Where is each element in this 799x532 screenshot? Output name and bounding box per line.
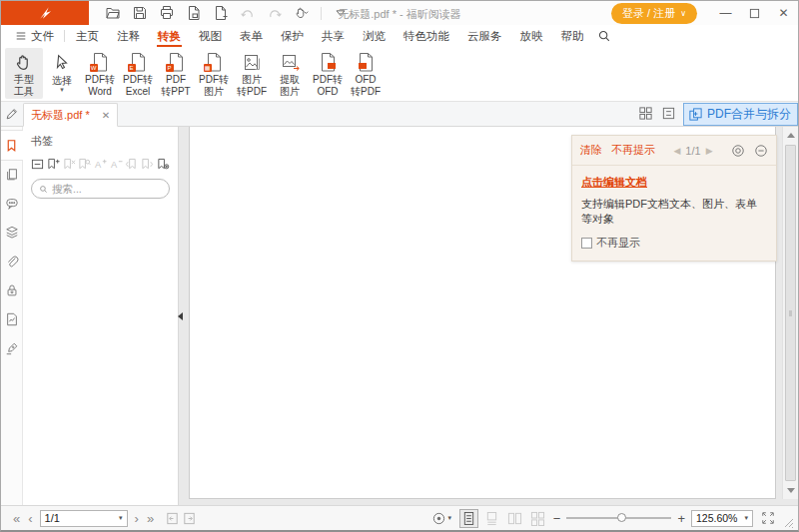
pdf-to-ppt-button[interactable]: P PDF 转PPT <box>157 48 195 99</box>
svg-text:A: A <box>95 160 102 170</box>
search-icon[interactable] <box>597 29 611 43</box>
promote-bookmark-icon[interactable] <box>125 157 139 171</box>
menu-features[interactable]: 特色功能 <box>395 25 458 47</box>
ofd-to-pdf-icon <box>358 52 375 73</box>
edit-document-link[interactable]: 点击编辑文档 <box>581 175 647 190</box>
save-icon[interactable] <box>132 5 148 21</box>
tab-untitled-pdf[interactable]: 无标题.pdf * ✕ <box>23 103 118 127</box>
sidebar-layers-button[interactable] <box>1 218 23 247</box>
first-page-button[interactable]: « <box>9 511 24 526</box>
statusbar-right-tools: ▾ − + 125.60% ▾ <box>429 509 794 528</box>
sidebar-bookmarks-button[interactable] <box>1 131 23 160</box>
comment-icon <box>5 197 19 211</box>
pdf-to-word-button[interactable]: W PDF转 Word <box>81 48 119 99</box>
hint-next-icon[interactable]: ▶ <box>706 146 713 156</box>
menu-help[interactable]: 帮助 <box>552 25 593 47</box>
new-document-icon[interactable] <box>213 5 229 21</box>
menu-share[interactable]: 共享 <box>313 25 354 47</box>
menu-form[interactable]: 表单 <box>231 25 272 47</box>
demote-bookmark-icon[interactable] <box>141 157 155 171</box>
panel-collapse-handle[interactable] <box>178 296 188 336</box>
find-bookmark-icon[interactable] <box>78 157 92 171</box>
close-button[interactable]: ✕ <box>769 1 798 25</box>
page-dropdown-icon[interactable]: ▾ <box>119 514 123 522</box>
menu-home[interactable]: 主页 <box>67 25 108 47</box>
hint-clear-button[interactable]: 清除 <box>580 143 602 158</box>
menu-view[interactable]: 视图 <box>190 25 231 47</box>
hint-collapse-icon[interactable] <box>754 144 768 158</box>
login-register-button[interactable]: 登录 / 注册 ∨ <box>611 3 697 24</box>
menu-slideshow[interactable]: 放映 <box>511 25 552 47</box>
open-file-icon[interactable] <box>105 5 121 21</box>
fullscreen-icon[interactable] <box>759 510 776 527</box>
previous-page-button[interactable]: ‹ <box>24 511 36 526</box>
zoom-out-button[interactable]: − <box>553 511 561 526</box>
zoom-slider-track[interactable] <box>566 517 671 519</box>
expand-bookmarks-icon[interactable] <box>31 157 45 171</box>
scroll-down-button[interactable] <box>783 483 798 498</box>
hand-tool-icon[interactable] <box>294 5 310 21</box>
sidebar-fields-button[interactable] <box>1 304 23 333</box>
continuous-view-button[interactable] <box>482 509 501 528</box>
dont-show-checkbox[interactable] <box>581 238 592 249</box>
hint-dont-remind-button[interactable]: 不再提示 <box>611 143 655 158</box>
ribbon-toolbar: 手型 工具 选择 ▾ W PDF转 Word E PDF转 Excel P PD… <box>1 47 798 102</box>
pdf-to-excel-button[interactable]: E PDF转 Excel <box>119 48 157 99</box>
delete-bookmark-icon[interactable] <box>62 157 76 171</box>
menu-cloud[interactable]: 云服务 <box>458 25 511 47</box>
resize-grip[interactable] <box>782 516 794 528</box>
zoom-dropdown-icon[interactable]: ▾ <box>744 514 748 522</box>
extract-image-button[interactable]: 提取 图片 <box>271 48 309 99</box>
sidebar-comments-button[interactable] <box>1 189 23 218</box>
next-page-button[interactable]: › <box>131 511 143 526</box>
pointer-mode-dropdown[interactable]: ▾ <box>429 510 453 527</box>
sidebar-signature-button[interactable] <box>1 333 23 362</box>
minimize-button[interactable]: — <box>711 1 740 25</box>
continuous-facing-view-button[interactable] <box>528 509 547 528</box>
font-decrease-icon[interactable]: A <box>109 157 123 171</box>
add-bookmark-icon[interactable] <box>47 157 61 171</box>
page-organize-icon[interactable] <box>660 106 676 122</box>
maximize-button[interactable] <box>740 1 769 25</box>
pdf-to-word-icon: W <box>92 52 109 73</box>
zoom-slider-thumb[interactable] <box>617 513 626 522</box>
undo-icon[interactable] <box>240 5 256 21</box>
bookmark-settings-icon[interactable] <box>156 157 170 171</box>
hand-tool-button[interactable]: 手型 工具 <box>5 48 43 99</box>
sidebar-pages-button[interactable] <box>1 160 23 189</box>
save-as-icon[interactable] <box>186 5 202 21</box>
sidebar-security-button[interactable] <box>1 275 23 304</box>
select-tool-button[interactable]: 选择 ▾ <box>43 48 81 99</box>
page-number-input[interactable]: 1/1 ▾ <box>40 510 128 527</box>
menu-convert[interactable]: 转换 <box>149 25 190 47</box>
scroll-up-button[interactable] <box>783 128 798 143</box>
menu-protect[interactable]: 保护 <box>272 25 313 47</box>
font-increase-icon[interactable]: A <box>94 157 108 171</box>
sidebar-attachments-button[interactable] <box>1 247 23 275</box>
ofd-to-pdf-button[interactable]: OFD 转PDF <box>347 48 385 99</box>
zoom-in-button[interactable]: + <box>677 511 685 526</box>
hint-prev-icon[interactable]: ◀ <box>673 146 680 156</box>
vertical-scrollbar[interactable] <box>782 127 798 499</box>
scrollbar-thumb[interactable] <box>785 145 796 481</box>
zoom-level-input[interactable]: 125.60% ▾ <box>691 510 753 527</box>
facing-view-button[interactable] <box>505 509 524 528</box>
last-page-button[interactable]: » <box>143 511 158 526</box>
menu-browse[interactable]: 浏览 <box>354 25 395 47</box>
previous-view-icon[interactable] <box>164 510 181 527</box>
image-to-pdf-button[interactable]: 图片 转PDF <box>233 48 271 99</box>
menu-file[interactable]: 文件 <box>7 25 62 47</box>
next-view-icon[interactable] <box>181 510 198 527</box>
single-page-view-button[interactable] <box>459 509 478 528</box>
bookmark-search-input[interactable] <box>52 183 162 195</box>
print-icon[interactable] <box>159 5 175 21</box>
pdf-to-ofd-button[interactable]: PDF转 OFD <box>309 48 347 99</box>
hint-settings-icon[interactable] <box>731 144 745 158</box>
redo-icon[interactable] <box>267 5 283 21</box>
pdf-to-image-button[interactable]: ▦ PDF转 图片 <box>195 48 233 99</box>
tab-close-icon[interactable]: ✕ <box>102 110 110 121</box>
quick-edit-icon[interactable] <box>1 102 23 126</box>
pdf-merge-split-button[interactable]: PDF合并与拆分 <box>683 103 798 126</box>
tile-pages-icon[interactable] <box>637 106 653 122</box>
menu-comment[interactable]: 注释 <box>108 25 149 47</box>
